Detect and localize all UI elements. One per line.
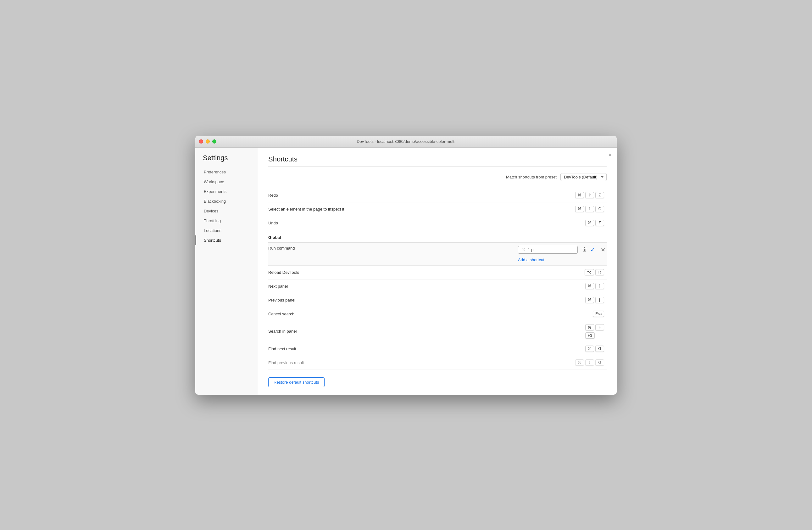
shortcut-name-find-prev: Find previous result <box>268 360 575 365</box>
shortcut-row-reload-devtools: Reload DevTools ⌥ R <box>268 266 607 279</box>
key-row: ⌘ ] <box>585 283 604 289</box>
traffic-lights <box>199 139 216 143</box>
confirm-edit-button[interactable]: ✓ <box>589 246 596 254</box>
key-cmd: ⌘ <box>585 220 594 226</box>
sidebar-item-workspace[interactable]: Workspace <box>195 177 258 187</box>
shortcut-edit-input[interactable] <box>518 246 578 254</box>
shortcut-row-search-in-panel: Search in panel ⌘ F F3 <box>268 321 607 342</box>
shortcut-row-cancel-search: Cancel search Esc <box>268 307 607 321</box>
dialog-close-button[interactable]: × <box>608 152 612 158</box>
key-row: ⌘ ⇧ Z <box>575 192 604 198</box>
shortcut-row-next-panel: Next panel ⌘ ] <box>268 279 607 293</box>
shortcut-name-find-next: Find next result <box>268 347 585 351</box>
main-window: DevTools - localhost:8080/demo/accessibl… <box>195 136 617 395</box>
shortcut-row-redo: Redo ⌘ ⇧ Z <box>268 189 607 203</box>
window-content: × Settings Preferences Workspace Experim… <box>195 148 617 395</box>
shortcut-keys-search-in-panel: ⌘ F F3 <box>585 324 604 339</box>
key-row-2: F3 <box>585 332 595 339</box>
shortcut-keys-find-prev: ⌘ ⇧ G <box>575 359 604 366</box>
key-row: ⌘ G <box>585 346 604 352</box>
key-g: G <box>595 359 604 366</box>
key-row: Esc <box>593 311 604 317</box>
key-bracket: ] <box>595 283 604 289</box>
sidebar-item-throttling[interactable]: Throttling <box>195 216 258 226</box>
shortcut-row-select-element: Select an element in the page to inspect… <box>268 203 607 216</box>
shortcut-keys-select-element: ⌘ ⇧ C <box>575 206 604 212</box>
sidebar-item-locations[interactable]: Locations <box>195 226 258 235</box>
shortcut-name-undo: Undo <box>268 221 585 225</box>
shortcut-row-undo: Undo ⌘ Z <box>268 216 607 230</box>
sidebar-heading: Settings <box>195 154 258 167</box>
sidebar-item-shortcuts[interactable]: Shortcuts <box>195 235 258 245</box>
key-opt: ⌥ <box>585 269 594 275</box>
shortcut-row-run-command: Run command 🗑 Add a shortcut ✓ <box>268 243 607 266</box>
preset-row: Match shortcuts from preset DevTools (De… <box>268 173 607 181</box>
key-cmd: ⌘ <box>585 297 594 303</box>
sidebar-item-experiments[interactable]: Experiments <box>195 187 258 196</box>
key-cmd: ⌘ <box>575 206 584 212</box>
shortcut-keys-next-panel: ⌘ ] <box>585 283 604 289</box>
key-cmd: ⌘ <box>575 192 584 198</box>
shortcut-row-previous-panel: Previous panel ⌘ [ <box>268 293 607 307</box>
preset-select[interactable]: DevTools (Default)Visual Studio Code <box>561 173 607 181</box>
key-c: C <box>595 206 604 212</box>
close-button[interactable] <box>199 139 203 143</box>
add-shortcut-link[interactable]: Add a shortcut <box>518 257 545 262</box>
page-title: Shortcuts <box>268 155 607 167</box>
key-z: Z <box>595 192 604 198</box>
key-row: ⌘ Z <box>585 220 604 226</box>
shortcuts-table: Redo ⌘ ⇧ Z Select an element in the page… <box>268 189 607 370</box>
key-row-1: ⌘ F <box>585 324 604 331</box>
preset-label: Match shortcuts from preset <box>506 175 557 179</box>
editing-actions: ✓ ✕ <box>589 246 607 254</box>
shortcut-keys-undo: ⌘ Z <box>585 220 604 226</box>
sidebar-item-preferences[interactable]: Preferences <box>195 167 258 177</box>
add-shortcut-row: Add a shortcut <box>518 255 545 265</box>
shortcut-keys-redo: ⌘ ⇧ Z <box>575 192 604 198</box>
key-row: ⌘ ⇧ G <box>575 359 604 366</box>
minimize-button[interactable] <box>206 139 210 143</box>
sidebar-item-devices[interactable]: Devices <box>195 206 258 216</box>
shortcut-name-reload-devtools: Reload DevTools <box>268 270 585 275</box>
key-row: ⌘ [ <box>585 297 604 303</box>
key-cmd: ⌘ <box>575 359 584 366</box>
key-z: Z <box>595 220 604 226</box>
shortcut-name-search-in-panel: Search in panel <box>268 329 585 334</box>
key-shift: ⇧ <box>585 359 594 366</box>
key-f3: F3 <box>585 332 595 339</box>
key-cmd: ⌘ <box>585 283 594 289</box>
titlebar: DevTools - localhost:8080/demo/accessibl… <box>195 136 617 148</box>
shortcut-keys-previous-panel: ⌘ [ <box>585 297 604 303</box>
shortcut-keys-cancel-search: Esc <box>593 311 604 317</box>
sidebar-item-blackboxing[interactable]: Blackboxing <box>195 196 258 206</box>
shortcut-row-find-next: Find next result ⌘ G <box>268 342 607 356</box>
shortcut-name-cancel-search: Cancel search <box>268 311 593 316</box>
shortcut-name-select-element: Select an element in the page to inspect… <box>268 207 575 211</box>
key-bracket: [ <box>595 297 604 303</box>
key-g: G <box>595 346 604 352</box>
key-f: F <box>595 324 604 331</box>
key-row: ⌥ R <box>585 269 604 275</box>
shortcut-name-previous-panel: Previous panel <box>268 298 585 303</box>
shortcut-name-redo: Redo <box>268 193 575 198</box>
shortcut-row-find-prev: Find previous result ⌘ ⇧ G <box>268 356 607 370</box>
cancel-edit-button[interactable]: ✕ <box>599 246 607 254</box>
key-cmd: ⌘ <box>585 346 594 352</box>
maximize-button[interactable] <box>212 139 216 143</box>
delete-shortcut-button[interactable]: 🗑 <box>580 246 589 253</box>
shortcut-keys-reload-devtools: ⌥ R <box>585 269 604 275</box>
key-shift: ⇧ <box>585 192 594 198</box>
restore-defaults-button[interactable]: Restore default shortcuts <box>268 377 324 387</box>
window-title: DevTools - localhost:8080/demo/accessibl… <box>357 139 455 144</box>
key-r: R <box>595 269 604 275</box>
key-row: ⌘ ⇧ C <box>575 206 604 212</box>
main-content: Shortcuts Match shortcuts from preset De… <box>258 148 617 395</box>
key-cmd: ⌘ <box>585 324 594 331</box>
sidebar: Settings Preferences Workspace Experimen… <box>195 148 258 395</box>
shortcut-name-run-command: Run command <box>268 246 518 251</box>
section-header-global: Global <box>268 230 607 243</box>
shortcut-name-next-panel: Next panel <box>268 284 585 289</box>
shortcut-keys-find-next: ⌘ G <box>585 346 604 352</box>
key-shift: ⇧ <box>585 206 594 212</box>
key-esc: Esc <box>593 311 604 317</box>
